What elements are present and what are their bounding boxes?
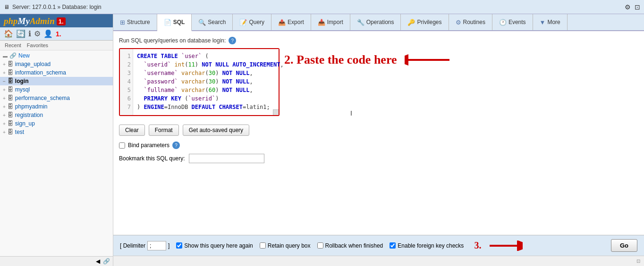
main-content-area: ⊞ Structure 📄 SQL 🔍 Search 📝 Query 📤 Exp… [113, 14, 644, 266]
expand-icon-signup: + [3, 121, 6, 126]
collapse-icon: ▬ [3, 53, 8, 58]
expand-icon-pma: + [3, 104, 6, 109]
info-icon[interactable]: ℹ [28, 29, 31, 38]
delimiter-close-label: ] [168, 242, 169, 249]
enable-foreign-label[interactable]: Enable foreign key checks [390, 242, 464, 249]
events-icon: 🕐 [499, 19, 507, 26]
db-icon-perf: 🗄 [8, 95, 13, 101]
button-row: Clear Format Get auto-saved query [119, 125, 638, 136]
step1-badge: 1. [57, 17, 66, 25]
sidebar-collapse-icon[interactable]: ◀ [96, 258, 100, 265]
favorites-link[interactable]: Favorites [27, 42, 48, 48]
import-icon: 📥 [318, 19, 325, 26]
sidebar-chain-icon[interactable]: 🔗 [103, 258, 110, 265]
database-tree: ▬ 🔗 New + 🗄 image_upload + 🗄 information… [0, 50, 113, 256]
paste-arrow-left [405, 53, 452, 66]
db-name-pma: phpmyadmin [15, 103, 48, 110]
breadcrumb: 🖥 Server: 127.0.0.1 » Database: login [4, 4, 102, 10]
resize-icon: ⊡ [636, 258, 640, 264]
reload-icon[interactable]: 🔄 [16, 29, 25, 38]
tab-export[interactable]: 📤 Export [271, 14, 311, 30]
tab-sql[interactable]: 📄 SQL [157, 14, 192, 31]
settings-nav-icon[interactable]: ⚙ [34, 29, 41, 38]
tab-import[interactable]: 📥 Import [311, 14, 350, 30]
format-button[interactable]: Format [149, 125, 179, 136]
show-query-again-checkbox[interactable] [176, 242, 182, 249]
rollback-checkbox[interactable] [317, 242, 323, 249]
tab-search[interactable]: 🔍 Search [192, 14, 233, 30]
db-item-test[interactable]: + 🗄 test [0, 128, 113, 136]
delimiter-input[interactable] [147, 241, 166, 250]
new-label: New [18, 52, 30, 59]
sql-editor-wrapper: 1234567 CREATE TABLE `user` ( `userid` i… [119, 48, 280, 116]
export-icon: 📤 [278, 19, 286, 26]
editor-resize-handle[interactable] [273, 109, 279, 115]
home-icon[interactable]: 🏠 [4, 29, 13, 38]
retain-query-checkbox[interactable] [260, 242, 266, 249]
query-label: Run SQL query/queries on database login:… [119, 37, 638, 44]
sql-icon: 📄 [164, 19, 171, 26]
auto-saved-button[interactable]: Get auto-saved query [183, 125, 249, 136]
tab-routines[interactable]: ⚙ Routines [449, 14, 492, 30]
db-name-reg: registration [15, 112, 43, 118]
db-item-registration[interactable]: + 🗄 registration [0, 111, 113, 119]
bind-params-help-icon[interactable]: ? [172, 141, 180, 149]
db-name-mysql: mysql [15, 86, 30, 93]
tab-more[interactable]: ▼ More [533, 14, 568, 30]
sidebar: phpMyAdmin 1. 🏠 🔄 ℹ ⚙ 👤 1. Recent Favori… [0, 14, 113, 266]
show-query-again-label[interactable]: Show this query here again [176, 242, 253, 249]
logo-area: phpMyAdmin 1. [0, 14, 113, 27]
privileges-icon: 🔑 [407, 19, 415, 26]
sql-code-display[interactable]: CREATE TABLE `user` ( `userid` int(11) N… [133, 49, 288, 115]
go-button[interactable]: Go [611, 239, 637, 252]
tab-query[interactable]: 📝 Query [233, 14, 271, 30]
db-name-image-upload: image_upload [15, 61, 51, 67]
recent-link[interactable]: Recent [5, 42, 21, 48]
user-icon[interactable]: 👤 [43, 29, 53, 38]
retain-query-label[interactable]: Retain query box [260, 242, 311, 249]
cursor-indicator: I [350, 109, 352, 117]
expand-icon-reg: + [3, 113, 6, 118]
clear-button[interactable]: Clear [119, 125, 145, 136]
go-arrow [490, 241, 523, 251]
db-item-image-upload[interactable]: + 🗄 image_upload [0, 60, 113, 68]
db-item-signup[interactable]: + 🗄 sign_up [0, 119, 113, 128]
enable-foreign-checkbox[interactable] [390, 242, 396, 249]
search-icon: 🔍 [198, 19, 206, 26]
bookmark-row: Bookmark this SQL query: [119, 154, 638, 163]
tab-bar: ⊞ Structure 📄 SQL 🔍 Search 📝 Query 📤 Exp… [113, 14, 644, 31]
bind-params-checkbox[interactable] [119, 142, 125, 149]
bookmark-input[interactable] [189, 154, 264, 163]
db-item-login[interactable]: − 🗄 login [0, 77, 113, 85]
db-item-performance-schema[interactable]: + 🗄 performance_schema [0, 94, 113, 102]
rollback-label[interactable]: Rollback when finished [317, 242, 383, 249]
line-numbers: 1234567 [120, 49, 133, 115]
db-name-signup: sign_up [15, 120, 35, 127]
db-icon-info-schema: 🗄 [8, 69, 13, 76]
fullscreen-icon[interactable]: ⊡ [635, 3, 640, 11]
tab-operations[interactable]: 🔧 Operations [350, 14, 401, 30]
sql-main-content: Run SQL query/queries on database login:… [113, 31, 644, 235]
db-icon-signup: 🗄 [8, 120, 13, 127]
help-icon[interactable]: ? [229, 37, 236, 44]
step3-badge: 3. [474, 240, 481, 251]
tab-structure[interactable]: ⊞ Structure [113, 14, 157, 30]
tab-events[interactable]: 🕐 Events [492, 14, 533, 30]
sidebar-nav-icons: 🏠 🔄 ℹ ⚙ 👤 1. [0, 27, 113, 41]
db-item-mysql[interactable]: + 🗄 mysql [0, 85, 113, 94]
bind-params-label[interactable]: Bind parameters [128, 142, 169, 149]
db-name-test: test [15, 129, 24, 135]
tab-privileges[interactable]: 🔑 Privileges [401, 14, 449, 30]
db-item-phpmyadmin[interactable]: + 🗄 phpmyadmin [0, 102, 113, 111]
new-database-item[interactable]: ▬ 🔗 New [0, 51, 113, 60]
query-icon: 📝 [239, 19, 247, 26]
db-icon-mysql: 🗄 [8, 86, 13, 93]
sql-editor[interactable]: 1234567 CREATE TABLE `user` ( `userid` i… [120, 49, 279, 115]
delimiter-group: [ Delimiter ] [120, 241, 169, 250]
db-item-information-schema[interactable]: + 🗄 information_schema [0, 68, 113, 77]
server-icon: 🖥 [4, 4, 9, 10]
settings-icon[interactable]: ⚙ [625, 3, 631, 11]
top-bar: 🖥 Server: 127.0.0.1 » Database: login ⚙ … [0, 0, 644, 14]
bind-params-row: Bind parameters ? [119, 141, 638, 149]
db-name-perf: performance_schema [15, 95, 70, 101]
